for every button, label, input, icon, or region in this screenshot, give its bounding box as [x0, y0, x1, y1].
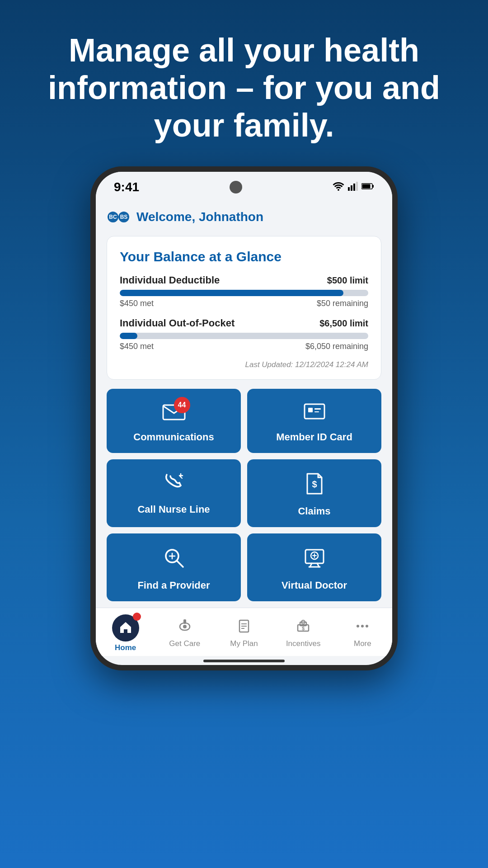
my-plan-icon	[236, 618, 252, 637]
nav-get-care[interactable]: Get Care	[164, 618, 205, 648]
member-id-card-label: Member ID Card	[276, 431, 352, 443]
oop-progress-bar	[120, 333, 368, 339]
oop-remaining: $6,050 remaining	[305, 342, 368, 351]
individual-deductible-section: Individual Deductible $500 limit $450 me…	[120, 274, 368, 308]
phone-frame: 9:41 BC	[90, 166, 398, 670]
svg-rect-6	[362, 184, 370, 189]
deductible-limit: $500 limit	[327, 275, 368, 286]
home-nav-circle	[112, 614, 139, 642]
home-indicator	[203, 660, 285, 662]
call-nurse-line-button[interactable]: Call Nurse Line	[107, 459, 241, 527]
deductible-met: $450 met	[120, 299, 154, 308]
virtual-doctor-label: Virtual Doctor	[282, 580, 347, 591]
wifi-icon	[333, 182, 344, 193]
svg-rect-14	[314, 408, 321, 410]
svg-rect-13	[308, 408, 313, 412]
deductible-label: Individual Deductible	[120, 274, 220, 286]
status-time: 9:41	[114, 180, 139, 194]
my-plan-nav-label: My Plan	[230, 639, 258, 648]
svg-rect-30	[183, 619, 186, 624]
svg-rect-5	[372, 185, 374, 188]
claims-icon: $	[305, 472, 324, 499]
svg-text:$: $	[302, 626, 305, 631]
nav-my-plan[interactable]: My Plan	[224, 618, 264, 648]
camera-cutout	[230, 181, 242, 193]
oop-limit: $6,500 limit	[319, 318, 368, 329]
find-a-provider-icon	[162, 546, 186, 573]
more-icon	[355, 618, 370, 637]
communications-icon: 44	[162, 401, 186, 425]
quick-actions-grid: 44 Communications	[107, 389, 381, 601]
welcome-greeting: Welcome, Johnathon	[136, 210, 263, 224]
svg-rect-1	[351, 185, 352, 191]
oop-label: Individual Out-of-Pocket	[120, 317, 235, 329]
bcbs-logo: BC BS	[107, 205, 130, 229]
app-header: BC BS Welcome, Johnathon	[107, 199, 381, 236]
svg-text:BS: BS	[120, 214, 128, 220]
communications-badge: 44	[174, 397, 190, 413]
svg-rect-12	[305, 404, 324, 419]
phone-screen: 9:41 BC	[96, 172, 392, 665]
svg-rect-2	[353, 184, 355, 191]
svg-point-29	[183, 625, 187, 628]
home-icon	[118, 619, 133, 637]
nav-home[interactable]: Home	[105, 614, 146, 652]
svg-rect-3	[356, 182, 358, 191]
nav-incentives[interactable]: $ Incentives	[283, 618, 324, 648]
call-nurse-line-icon	[162, 472, 186, 497]
status-bar: 9:41	[96, 172, 392, 199]
svg-line-18	[177, 561, 183, 567]
svg-point-40	[361, 625, 364, 627]
member-id-card-icon	[303, 401, 326, 425]
claims-label: Claims	[298, 505, 330, 517]
hero-text: Manage all your health information – for…	[0, 0, 488, 166]
oop-section: Individual Out-of-Pocket $6,500 limit $4…	[120, 317, 368, 351]
oop-met: $450 met	[120, 342, 154, 351]
svg-text:BC: BC	[109, 214, 117, 220]
claims-button[interactable]: $ Claims	[247, 459, 381, 527]
balance-title: Your Balance at a Glance	[120, 249, 368, 264]
deductible-progress-bar	[120, 290, 368, 296]
virtual-doctor-icon	[303, 546, 326, 573]
app-content: BC BS Welcome, Johnathon Your Balance at…	[96, 199, 392, 601]
balance-card: Your Balance at a Glance Individual Dedu…	[107, 236, 381, 380]
svg-rect-0	[348, 187, 350, 191]
status-icons	[333, 182, 374, 193]
signal-icon	[348, 182, 358, 193]
incentives-nav-label: Incentives	[286, 639, 321, 648]
oop-progress-fill	[120, 333, 137, 339]
find-a-provider-button[interactable]: Find a Provider	[107, 533, 241, 601]
svg-text:$: $	[312, 479, 317, 489]
incentives-icon: $	[296, 618, 311, 637]
get-care-nav-label: Get Care	[169, 639, 200, 648]
find-a-provider-label: Find a Provider	[137, 580, 210, 591]
deductible-progress-fill	[120, 290, 343, 296]
home-nav-badge	[133, 613, 141, 621]
svg-point-39	[357, 625, 359, 627]
call-nurse-line-label: Call Nurse Line	[137, 504, 210, 515]
svg-rect-15	[314, 411, 319, 412]
more-nav-label: More	[354, 639, 371, 648]
communications-button[interactable]: 44 Communications	[107, 389, 241, 453]
communications-label: Communications	[133, 431, 214, 443]
home-nav-label: Home	[115, 643, 136, 652]
nav-more[interactable]: More	[342, 618, 383, 648]
last-updated: Last Updated: 12/12/2024 12:24 AM	[120, 360, 368, 369]
get-care-icon	[177, 618, 192, 637]
member-id-card-button[interactable]: Member ID Card	[247, 389, 381, 453]
bottom-navigation: Home Get Care	[96, 608, 392, 656]
deductible-remaining: $50 remaining	[317, 299, 368, 308]
svg-point-41	[366, 625, 368, 627]
virtual-doctor-button[interactable]: Virtual Doctor	[247, 533, 381, 601]
battery-icon	[361, 183, 374, 192]
